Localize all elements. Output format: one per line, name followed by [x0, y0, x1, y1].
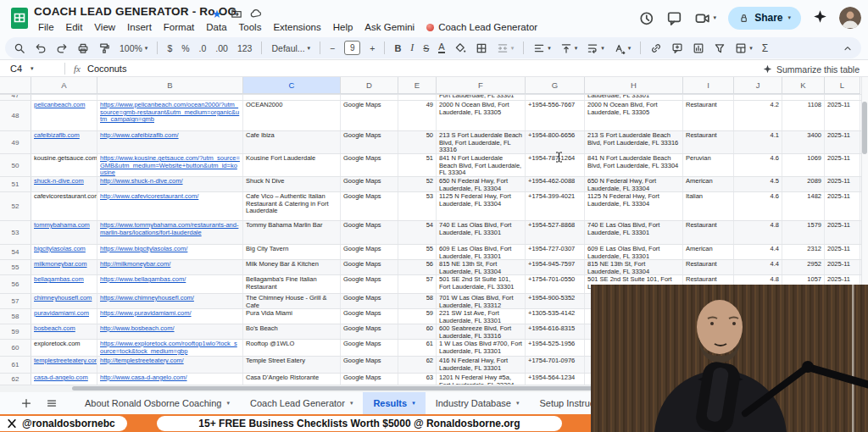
cell-C52[interactable]: Cafe Vico – Authentic Italian Restaurant… — [243, 192, 341, 220]
cell-C59[interactable]: Bo's Beach — [243, 324, 341, 339]
merge-cells-button[interactable]: ▾ — [497, 42, 515, 54]
undo-icon[interactable] — [35, 42, 47, 54]
star-favorite-icon[interactable]: ★ — [212, 8, 222, 20]
cell-I53[interactable]: Restaurant — [683, 221, 734, 244]
cell-K50[interactable]: 1069 — [782, 154, 825, 176]
cell-I52[interactable]: Italian — [683, 192, 734, 220]
cell-D62[interactable]: Google Maps — [341, 374, 398, 385]
row-header-59[interactable]: 59 — [0, 324, 31, 339]
share-button[interactable]: Share ▾ — [728, 7, 801, 30]
cell-F54[interactable]: 609 E Las Olas Blvd, Fort Lauderdale, FL… — [437, 245, 526, 259]
cell-G55[interactable]: +1954-945-7597 — [526, 260, 585, 274]
cell-C60[interactable]: Rooftop @1WLO — [243, 340, 341, 356]
cell-K49[interactable]: 3400 — [782, 131, 825, 153]
summarize-table-button[interactable]: Summarize this table — [763, 60, 860, 78]
cell-A48[interactable]: pelicanbeach.com — [31, 101, 97, 130]
cell-D55[interactable]: Google Maps — [341, 260, 398, 274]
document-title[interactable]: COACH LEAD GENERATOR - Ro OG — [34, 5, 236, 18]
chevron-down-icon[interactable]: ▾ — [787, 14, 791, 21]
cell-J54[interactable]: 4.4 — [734, 245, 782, 259]
menu-format[interactable]: Format — [158, 22, 200, 32]
cell-E50[interactable]: 51 — [398, 154, 437, 176]
text-color-button[interactable]: A — [438, 42, 444, 53]
functions-button[interactable]: Σ — [762, 42, 768, 54]
cell-B54[interactable]: https://www.bigcitylasolas.com/ — [97, 245, 243, 259]
cell-L54[interactable]: 2025-11 — [825, 245, 860, 259]
cell-D57[interactable]: Google Maps — [341, 294, 398, 308]
row-header-53[interactable]: 53 — [0, 221, 31, 244]
cell-C56[interactable]: Bellagamba's Fine Italian Restaurant — [243, 275, 341, 293]
cell-F49[interactable]: 213 S Fort Lauderdale Beach Blvd, Fort L… — [437, 131, 526, 153]
cell-E52[interactable]: 53 — [398, 192, 437, 220]
redo-icon[interactable] — [56, 42, 68, 54]
cell-F59[interactable]: 600 Seabreeze Blvd, Fort Lauderdale, FL … — [437, 324, 526, 339]
format-currency-button[interactable]: $ — [167, 43, 172, 53]
cell-D51[interactable]: Google Maps — [341, 177, 398, 191]
cell-H53[interactable]: 740 E Las Olas Blvd, Fort Lauderdale, FL… — [585, 221, 683, 244]
cell-I48[interactable]: Restaurant — [683, 101, 734, 130]
cell-B55[interactable]: http://milkmoneybar.com/ — [97, 260, 243, 274]
cell-C61[interactable]: Temple Street Eatery — [243, 357, 341, 373]
cell-A56[interactable]: bellagambas.com — [31, 275, 97, 293]
cell-C54[interactable]: Big City Tavern — [243, 245, 341, 259]
cell-G47[interactable] — [526, 95, 585, 100]
cell-D53[interactable]: Google Maps — [341, 221, 398, 244]
cell-C62[interactable]: Casa D'Angelo Ristorante — [243, 374, 341, 385]
cell-A60[interactable]: exploretock.com — [31, 340, 97, 356]
text-wrap-button[interactable]: ▾ — [587, 42, 604, 54]
decrease-font-size-button[interactable]: − — [330, 43, 335, 53]
format-percent-button[interactable]: % — [181, 43, 189, 53]
fill-color-icon[interactable] — [454, 42, 466, 54]
cell-D54[interactable]: Google Maps — [341, 245, 398, 259]
chevron-down-icon[interactable]: ▾ — [226, 400, 230, 407]
cell-C49[interactable]: Cafe Ibiza — [243, 131, 341, 153]
column-header-I[interactable]: I — [683, 77, 734, 94]
chevron-down-icon[interactable]: ▾ — [350, 400, 353, 407]
cell-A62[interactable]: casa-d-angelo.com — [31, 374, 97, 385]
cell-L47[interactable] — [825, 95, 860, 100]
column-header-E[interactable]: E — [398, 77, 437, 94]
cell-G48[interactable]: +1954-556-7667 — [526, 101, 585, 130]
cell-A59[interactable]: bosbeach.com — [31, 324, 97, 339]
cell-J52[interactable]: 4.6 — [734, 192, 782, 220]
insert-link-icon[interactable] — [650, 42, 662, 54]
row-header-56[interactable]: 56 — [0, 275, 31, 293]
cell-E62[interactable]: 63 — [398, 374, 437, 385]
cell-A49[interactable]: cafeibizaflb.com — [31, 131, 97, 153]
font-size-input[interactable]: 9 — [344, 41, 360, 55]
menu-tools[interactable]: Tools — [233, 22, 268, 32]
cell-B49[interactable]: http://www.cafeibizaflb.com/ — [97, 131, 243, 153]
cell-J53[interactable]: 4.8 — [734, 221, 782, 244]
cell-J51[interactable]: 4.5 — [734, 177, 782, 191]
cell-A53[interactable]: tommybahama.com — [31, 221, 97, 244]
cell-E53[interactable]: 54 — [398, 221, 437, 244]
cell-B57[interactable]: https://www.chimneyhousefl.com/ — [97, 294, 243, 308]
menu-extensions[interactable]: Extensions — [267, 22, 326, 32]
cell-F53[interactable]: 740 E Las Olas Blvd, Fort Lauderdale, FL… — [437, 221, 526, 244]
cell-H51[interactable]: 650 N Federal Hwy, Fort Lauderdale, FL 3… — [585, 177, 683, 191]
meet-video-call-button[interactable]: ▾ — [694, 10, 717, 26]
cell-H54[interactable]: 609 E Las Olas Blvd, Fort Lauderdale, FL… — [585, 245, 683, 259]
formula-input[interactable]: Coconuts — [87, 64, 126, 74]
cell-L55[interactable]: 2025-11 — [825, 260, 860, 274]
select-all-corner[interactable] — [0, 77, 31, 94]
google-sheets-icon[interactable] — [8, 6, 31, 33]
row-header-48[interactable]: 48 — [0, 101, 31, 130]
cell-B60[interactable]: https://www.exploretock.com/rooftop1wlo?… — [97, 340, 243, 356]
cell-A51[interactable]: shuck-n-dive.com — [31, 177, 97, 191]
decrease-decimal-button[interactable]: .0 — [199, 43, 207, 53]
sheet-tab-coach-lead-generator[interactable]: Coach Lead Generator▾ — [240, 392, 363, 414]
sheet-tab-results[interactable]: Results▾ — [363, 392, 425, 414]
column-header-D[interactable]: D — [341, 77, 398, 94]
column-header-G[interactable]: G — [526, 77, 585, 94]
cell-K51[interactable]: 2089 — [782, 177, 825, 191]
print-icon[interactable] — [77, 42, 89, 54]
row-header-61[interactable]: 61 — [0, 357, 31, 373]
cell-G58[interactable]: +1305-535-4142 — [526, 309, 585, 324]
borders-icon[interactable] — [476, 42, 487, 54]
cell-I54[interactable]: American — [683, 245, 734, 259]
column-header-A[interactable]: A — [31, 77, 97, 94]
sheet-tab-industry-database[interactable]: Industry Database▾ — [426, 392, 530, 414]
cell-J48[interactable]: 4.2 — [734, 101, 782, 130]
cell-G59[interactable]: +1954-616-8315 — [526, 324, 585, 339]
